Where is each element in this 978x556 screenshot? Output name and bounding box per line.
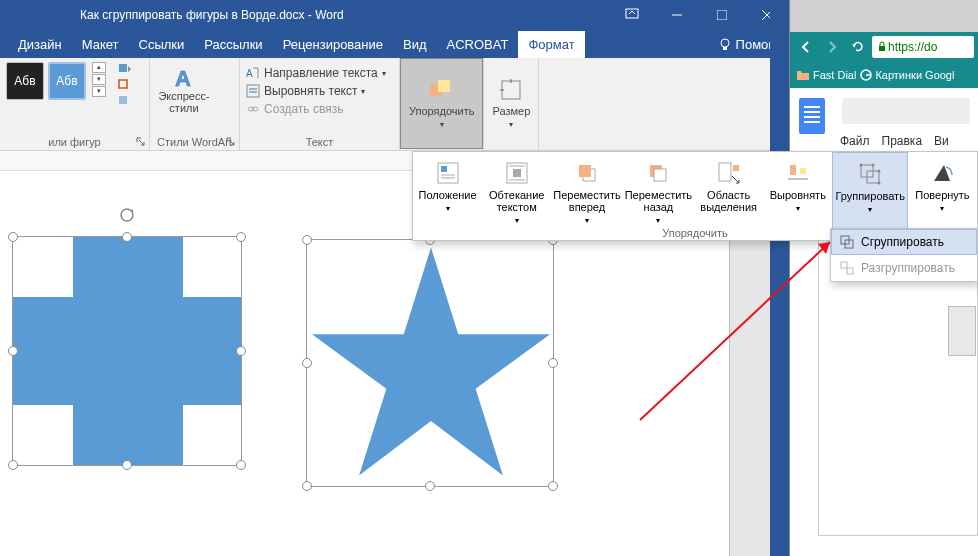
svg-rect-18 [438,80,450,92]
wordart-btn-label: Экспресс- стили [158,90,209,114]
dialog-launcher-icon[interactable] [136,137,146,147]
group-wordart: A Экспресс- стили Стили WordArt [150,58,240,150]
chrome-toolbar: https://do [790,32,978,62]
resize-handle-w[interactable] [302,358,312,368]
google-g-icon [860,69,872,81]
svg-rect-55 [879,46,885,51]
style-thumb-blue[interactable]: Абв [48,62,86,100]
svg-rect-7 [119,64,127,72]
svg-point-5 [721,39,729,47]
resize-handle-ne[interactable] [236,232,246,242]
docs-menu-edit[interactable]: Правка [878,132,927,150]
ungroup-action-item: Разгруппировать [831,255,977,281]
cross-shape-selection[interactable] [12,236,242,466]
reload-button[interactable] [846,35,870,59]
tab-design[interactable]: Дизайн [8,31,72,58]
wordart-a-icon: A [169,66,199,90]
bookmark-fastdial[interactable]: Fast Dial [796,69,856,81]
svg-point-43 [860,164,863,167]
svg-rect-51 [847,268,853,274]
svg-text:A: A [246,68,253,79]
address-bar[interactable]: https://do [872,36,974,58]
text-direction-button[interactable]: A Направление текста ▾ [246,66,393,80]
send-backward-icon [645,160,671,186]
cross-shape[interactable] [13,297,241,405]
resize-handle-e[interactable] [236,346,246,356]
chrome-tab-strip[interactable] [790,0,978,32]
resize-handle-nw[interactable] [302,235,312,245]
svg-rect-12 [247,85,259,97]
maximize-button[interactable] [699,0,744,30]
resize-handle-s[interactable] [425,481,435,491]
resize-handle-n[interactable] [122,232,132,242]
lightbulb-icon [718,38,732,52]
bookmarks-bar: Fast Dial Картинки Googl [790,62,978,88]
shape-fill-outline-effects [116,62,134,108]
tab-references[interactable]: Ссылки [129,31,195,58]
resize-handle-w[interactable] [8,346,18,356]
wrap-icon [504,160,530,186]
svg-rect-36 [719,163,731,181]
bookmark-label: Fast Dial [813,69,856,81]
svg-point-44 [872,164,875,167]
resize-handle-se[interactable] [548,481,558,491]
resize-handle-s[interactable] [122,460,132,470]
shape-style-gallery[interactable]: Абв Абв ▴▾▾ [6,62,143,108]
star-shape-selection[interactable] [306,239,554,487]
svg-rect-29 [513,169,521,177]
svg-rect-8 [119,80,127,88]
arrange-icon [428,78,456,102]
star-shape[interactable] [307,240,555,488]
svg-rect-35 [654,169,666,181]
bring-forward-icon [574,160,600,186]
resize-handle-se[interactable] [236,460,246,470]
shape-fill-icon[interactable] [116,62,134,76]
svg-text:A: A [175,66,191,90]
svg-rect-37 [733,165,739,171]
resize-handle-nw[interactable] [8,232,18,242]
arrange-label: Упорядочить [409,105,474,117]
selection-label: Область выделения [700,189,757,213]
tab-acrobat[interactable]: ACROBAT [437,31,519,58]
style-thumb-dark[interactable]: Абв [6,62,44,100]
resize-handle-sw[interactable] [8,460,18,470]
tab-review[interactable]: Рецензирование [273,31,393,58]
tab-layout[interactable]: Макет [72,31,129,58]
title-bar: Как сгруппировать фигуры в Ворде.docx - … [0,0,789,30]
size-icon [499,78,523,102]
shape-effects-icon[interactable] [116,94,134,108]
bookmark-google-images[interactable]: Картинки Googl [860,69,954,81]
window-controls [609,0,789,30]
ungroup-action-icon [839,260,855,276]
tab-mailings[interactable]: Рассылки [194,31,272,58]
align-label: Выровнять [770,189,826,201]
gallery-more-arrows[interactable]: ▴▾▾ [92,62,106,97]
svg-rect-38 [790,165,796,175]
wordart-quick-styles-button[interactable]: A Экспресс- стили [156,62,212,118]
minimize-button[interactable] [654,0,699,30]
resize-handle-sw[interactable] [302,481,312,491]
resize-handle-e[interactable] [548,358,558,368]
size-button[interactable]: Размер ▾ [484,58,538,149]
wrap-label: Обтекание текстом [489,189,544,213]
svg-point-46 [878,182,881,185]
docs-title-field[interactable] [842,98,970,124]
docs-menu-file[interactable]: Файл [836,132,874,150]
forward-button[interactable] [820,35,844,59]
back-button[interactable] [794,35,818,59]
group-submenu: Сгруппировать Разгруппировать [830,228,978,282]
ribbon-options-icon[interactable] [609,0,654,30]
group-action-item[interactable]: Сгруппировать [831,229,977,255]
svg-point-45 [878,170,881,173]
docs-logo-icon[interactable] [799,98,825,134]
dialog-launcher-icon[interactable] [226,137,236,147]
svg-rect-25 [441,166,447,172]
tab-view[interactable]: Вид [393,31,437,58]
align-text-button[interactable]: Выровнять текст ▾ [246,84,393,98]
arrange-button[interactable]: Упорядочить ▾ [400,58,483,149]
rotate-handle[interactable] [119,207,135,223]
tab-format[interactable]: Формат [518,31,584,58]
group-action-icon [839,234,855,250]
shape-outline-icon[interactable] [116,78,134,92]
docs-menu-view[interactable]: Ви [930,132,953,150]
